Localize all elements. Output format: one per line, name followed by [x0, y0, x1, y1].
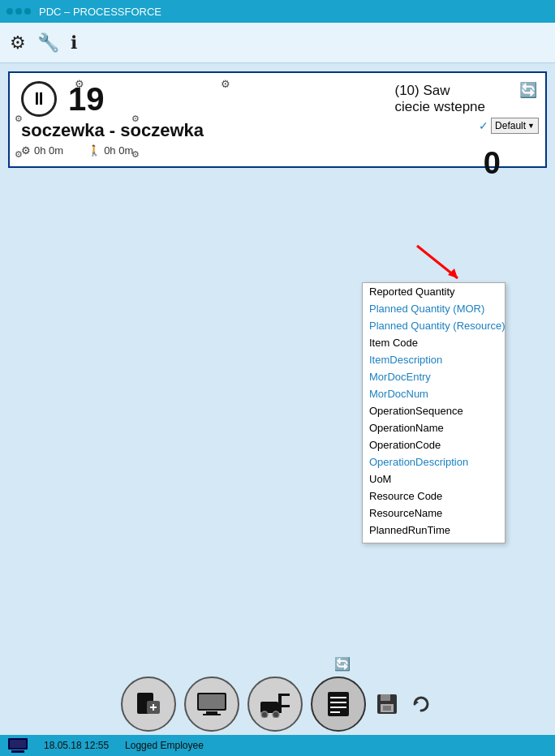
main-content: ⚙ ⚙ ⚙ ⚙ ⚙ ⚙ ⏸ 19 (10) Saw ciecie wstepne… — [0, 63, 555, 184]
statusbar-employee: Logged Employee — [125, 740, 204, 751]
titlebar: PDC – PROCESSFORCE — [0, 0, 555, 23]
dropdown-list[interactable]: Reported QuantityPlanned Quantity (MOR)P… — [362, 282, 506, 543]
gear-decor-4: ⚙ — [131, 114, 140, 124]
titlebar-dot-3 — [24, 8, 31, 15]
svg-rect-11 — [278, 694, 282, 713]
add-document-button[interactable] — [121, 677, 176, 732]
person-tools-icon[interactable]: 🔧 — [37, 32, 59, 54]
titlebar-dots — [6, 8, 31, 15]
gear-decor-2: ⚙ — [221, 78, 230, 90]
operation-sub: ciecie wstepne — [394, 99, 485, 115]
svg-rect-27 — [10, 740, 26, 748]
titlebar-dot-2 — [15, 8, 22, 15]
gear-decor-3: ⚙ — [15, 114, 23, 124]
list-icon — [325, 690, 352, 718]
svg-point-14 — [261, 711, 268, 718]
dropdown-item[interactable]: Item Code — [363, 334, 505, 351]
refresh-button[interactable] — [408, 691, 434, 717]
dropdown-item[interactable]: Planned Quantity (Resource) — [363, 317, 505, 334]
svg-point-15 — [273, 711, 279, 718]
toolbar: ⚙ 🔧 ℹ — [0, 23, 555, 63]
quantity-display: 0 — [484, 146, 501, 181]
svg-rect-28 — [11, 750, 24, 753]
dropdown-scroll[interactable]: Reported QuantityPlanned Quantity (MOR)P… — [363, 283, 505, 543]
gear-decor-1: ⚙ — [75, 78, 84, 90]
svg-rect-19 — [330, 707, 346, 708]
save-button[interactable] — [374, 691, 400, 717]
bottom-refresh-icon[interactable]: 🔄 — [334, 656, 351, 672]
arrow-annotation — [409, 238, 474, 286]
job-number: 19 — [68, 83, 105, 115]
dropdown-item[interactable]: OperationCode — [363, 436, 505, 453]
gear-decor-6: ⚙ — [131, 149, 140, 160]
person-time-value: 0h 0m — [104, 144, 133, 157]
svg-rect-9 — [203, 714, 221, 715]
item-name: soczewka - soczewka — [21, 120, 534, 141]
dropdown-item[interactable]: ResourceName — [363, 505, 505, 522]
quantity-value: 0 — [484, 146, 501, 180]
dropdown-item[interactable]: Planned Quantity (MOR) — [363, 300, 505, 317]
card-row1: ⏸ 19 (10) Saw ciecie wstepne — [21, 81, 534, 117]
pause-button[interactable]: ⏸ — [21, 81, 57, 117]
operation-title: (10) Saw ciecie wstepne — [394, 83, 534, 115]
bottom-area: 🔄 — [0, 656, 555, 732]
statusbar-datetime: 18.05.18 12:55 — [44, 740, 109, 751]
combo-dropdown-arrow: ▼ — [527, 122, 535, 130]
svg-line-0 — [417, 246, 458, 278]
dropdown-item[interactable]: Reported Quantity — [363, 283, 505, 300]
dropdown-item[interactable]: MorDocNum — [363, 385, 505, 402]
svg-rect-22 — [381, 694, 390, 701]
svg-rect-20 — [330, 711, 340, 713]
svg-rect-12 — [282, 694, 290, 696]
svg-rect-17 — [330, 697, 346, 698]
gear-time-value: 0h 0m — [34, 144, 63, 157]
dropdown-item[interactable]: OperationDescription — [363, 453, 505, 470]
monitor-button[interactable] — [184, 677, 239, 732]
time-person: 🚶 0h 0m — [88, 144, 133, 157]
list-button[interactable] — [311, 677, 366, 732]
dropdown-item[interactable]: Resource Code — [363, 488, 505, 505]
dropdown-item[interactable]: UoM — [363, 470, 505, 488]
save-icon — [376, 693, 398, 715]
combo-container: ✓ Default ▼ — [479, 118, 539, 134]
statusbar-icon — [8, 738, 28, 753]
card-footer: ⚙ 0h 0m 🚶 0h 0m — [21, 144, 534, 157]
statusbar: 18.05.18 12:55 Logged Employee — [0, 735, 555, 756]
dropdown-item[interactable]: ItemDescription — [363, 351, 505, 368]
time-gear: ⚙ 0h 0m — [21, 144, 63, 157]
dropdown-item[interactable]: OperationSequence — [363, 402, 505, 419]
combo-box[interactable]: Default ▼ — [491, 118, 539, 134]
card-refresh-icon[interactable]: 🔄 — [519, 81, 537, 99]
settings-icon[interactable]: ⚙ — [10, 32, 26, 54]
job-card: ⚙ ⚙ ⚙ ⚙ ⚙ ⚙ ⏸ 19 (10) Saw ciecie wstepne… — [8, 71, 547, 168]
svg-rect-7 — [199, 694, 225, 709]
svg-rect-18 — [330, 702, 346, 703]
app-title: PDC – PROCESSFORCE — [39, 6, 161, 18]
dropdown-item[interactable]: PlannedRunTime — [363, 522, 505, 539]
dropdown-item[interactable]: MorDocEntry — [363, 368, 505, 385]
add-document-icon — [134, 689, 163, 719]
person-time-icon: 🚶 — [88, 144, 101, 157]
svg-rect-13 — [282, 705, 290, 707]
gear-decor-5: ⚙ — [15, 149, 23, 160]
dropdown-item[interactable]: OperationName — [363, 419, 505, 436]
svg-rect-24 — [383, 706, 391, 711]
forklift-icon — [259, 690, 291, 718]
refresh-icon — [410, 693, 432, 715]
monitor-icon — [196, 692, 227, 716]
forklift-button[interactable] — [247, 677, 303, 732]
combo-label: Default — [495, 120, 526, 131]
titlebar-dot-1 — [6, 8, 13, 15]
svg-marker-1 — [448, 268, 458, 278]
operation-name: (10) Saw — [394, 83, 485, 99]
info-icon[interactable]: ℹ — [71, 32, 77, 54]
combo-checkmark: ✓ — [479, 119, 488, 132]
bottom-buttons — [121, 677, 434, 732]
